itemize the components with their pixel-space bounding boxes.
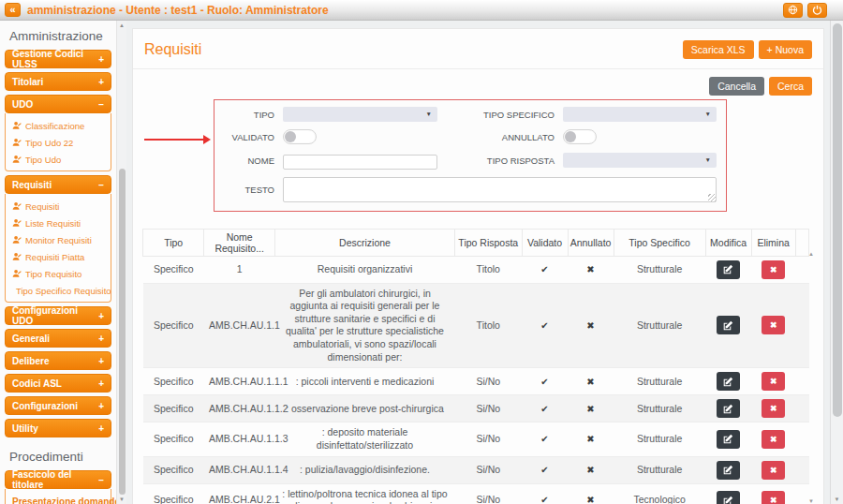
page-scroll-down-icon[interactable]: ▼	[831, 497, 843, 502]
cell-annullato: ✖	[568, 256, 614, 283]
collapse-minus-icon: −	[98, 99, 104, 110]
edit-button[interactable]	[717, 260, 740, 279]
annullato-toggle[interactable]	[563, 129, 597, 144]
delete-button[interactable]: ✖	[762, 260, 785, 279]
tipo-specifico-select[interactable]: ▼	[563, 107, 717, 122]
sidebar-item-monitor-requisiti[interactable]: Monitor Requisiti	[12, 231, 109, 248]
nome-input[interactable]	[283, 155, 437, 170]
sidebar-item-tipo-specifico-requisito[interactable]: Tipo Specifico Requisito	[12, 282, 109, 299]
edit-button[interactable]	[717, 430, 740, 449]
cell-tipo-risposta: Titolo	[455, 283, 523, 368]
edit-button[interactable]	[717, 461, 740, 480]
cell-annullato: ✖	[568, 368, 614, 395]
caret-down-icon: ▼	[705, 156, 711, 163]
cancella-button[interactable]: Cancella	[709, 77, 764, 96]
cell-annullato: ✖	[568, 422, 614, 456]
sidebar-item-tipo-udo-22[interactable]: Tipo Udo 22	[12, 134, 109, 151]
sidebar-scrollbar-thumb[interactable]	[119, 169, 126, 495]
sidebar-item-label: Monitor Requisiti	[25, 235, 92, 245]
annullato-label: ANNULLATO	[446, 132, 555, 142]
cell-modifica	[705, 256, 751, 283]
sidebar-item-label: Requisiti Piatta	[25, 252, 84, 262]
edit-button[interactable]	[717, 316, 740, 334]
pencil-square-icon	[723, 496, 733, 504]
cell-validato: ✔	[522, 456, 568, 483]
sidebar-collapse-button[interactable]: «	[5, 3, 21, 17]
delete-button[interactable]: ✖	[762, 316, 785, 334]
sidebar-group-codici-asl[interactable]: Codici ASL+	[5, 374, 111, 393]
cell-descrizione: : piccoli interventi e medicazioni	[274, 368, 454, 395]
edit-button[interactable]	[717, 372, 740, 391]
sidebar-group-configurazioni-udo[interactable]: Configurazioni UDO+	[5, 306, 111, 325]
sidebar-group-fascicolo-del-titolare[interactable]: Fascicolo del titolare−	[5, 470, 111, 489]
sidebar-item-requisiti[interactable]: Requisiti	[12, 198, 109, 215]
sidebar-item-classificazione[interactable]: Classificazione	[12, 117, 109, 134]
toggle-knob	[285, 131, 296, 142]
resize-grip-icon[interactable]	[708, 194, 716, 201]
sidebar-item-tipo-udo[interactable]: Tipo Udo	[12, 151, 109, 168]
sidebar-group-configurazioni[interactable]: Configurazioni+	[5, 396, 111, 415]
edit-button[interactable]	[717, 399, 740, 418]
edit-button[interactable]	[717, 491, 740, 504]
sidebar-group-generali[interactable]: Generali+	[5, 329, 111, 348]
table-scroll-down-icon[interactable]: ▼	[808, 498, 814, 504]
tipo-risposta-select[interactable]: ▼	[563, 153, 717, 168]
pencil-square-icon	[723, 377, 733, 387]
language-globe-button[interactable]	[783, 3, 803, 18]
sidebar-scroll-up-icon[interactable]: ▲	[117, 22, 126, 28]
sidebar-group-gestione-codici-ulss[interactable]: Gestione Codici ULSS+	[5, 50, 111, 68]
testo-textarea[interactable]	[283, 177, 717, 202]
check-icon: ✔	[540, 434, 548, 444]
cerca-button[interactable]: Cerca	[769, 77, 812, 96]
sidebar-item-requisiti-piatta[interactable]: Requisiti Piatta	[12, 248, 109, 265]
table-scroll-up-icon[interactable]: ▲	[808, 251, 814, 257]
cell-nome-requisito: AMB.CH.AU.1.1.2	[204, 395, 275, 422]
nuovo-button[interactable]: + Nuova	[759, 40, 812, 59]
sidebar-group-utility[interactable]: Utility+	[5, 419, 111, 437]
logout-power-button[interactable]	[807, 3, 827, 18]
globe-icon	[788, 5, 798, 15]
sidebar-scrollbar[interactable]: ▲ ▼	[116, 21, 126, 504]
table-row: SpecificoAMB.CH.AU.1.1.1: piccoli interv…	[143, 368, 809, 395]
pencil-square-icon	[723, 404, 733, 414]
validato-toggle[interactable]	[283, 129, 317, 144]
cell-validato: ✔	[522, 483, 568, 504]
sidebar-group-titolari[interactable]: Titolari+	[5, 72, 111, 91]
page-scrollbar-thumb[interactable]	[833, 23, 842, 417]
delete-button[interactable]: ✖	[762, 399, 785, 418]
column-header-descrizione: Descrizione	[274, 229, 454, 256]
sidebar-item-tipo-requisito[interactable]: Tipo Requisito	[12, 265, 109, 282]
cell-validato: ✔	[522, 368, 568, 395]
expand-plus-icon: +	[98, 356, 104, 366]
delete-button[interactable]: ✖	[762, 372, 785, 391]
page-title: Requisiti	[144, 41, 201, 58]
sidebar-item-label: Requisiti	[25, 201, 59, 212]
cell-nome-requisito: AMB.CH.AU.1.1	[204, 283, 275, 368]
cell-validato: ✔	[522, 256, 568, 283]
cell-tipo-risposta: Si/No	[455, 456, 523, 483]
sidebar-scroll-down-icon[interactable]: ▼	[117, 497, 126, 502]
caret-down-icon: ▼	[705, 111, 711, 117]
sidebar-item-presentazione-domande[interactable]: Presentazione domande	[12, 493, 109, 504]
annotation-arrow	[144, 139, 204, 141]
scarica-xls-button[interactable]: Scarica XLS	[683, 40, 754, 59]
plus-icon: +	[767, 44, 773, 55]
sidebar-item-liste-requisiti[interactable]: Liste Requisiti	[12, 215, 109, 231]
tipo-specifico-label: TIPO SPECIFICO	[446, 110, 555, 120]
table-row: Specifico1Requisiti organizzativiTitolo✔…	[143, 256, 809, 283]
sidebar-group-label: Gestione Codici ULSS	[12, 49, 98, 69]
sidebar-group-requisiti[interactable]: Requisiti−	[5, 175, 111, 194]
delete-button[interactable]: ✖	[762, 491, 785, 504]
sidebar-group-udo[interactable]: UDO−	[5, 95, 111, 113]
delete-button[interactable]: ✖	[762, 430, 785, 449]
cell-descrizione: : pulizia/lavaggio/disinfezione.	[274, 456, 454, 483]
cross-icon: ✖	[586, 465, 594, 475]
delete-button[interactable]: ✖	[762, 461, 785, 480]
sidebar-group-delibere[interactable]: Delibere+	[5, 351, 111, 370]
tipo-select[interactable]: ▼	[283, 107, 437, 122]
toggle-knob	[565, 131, 576, 142]
sidebar-group-label: Requisiti	[12, 180, 52, 190]
cell-descrizione: : deposito materiale disinfettato/steril…	[274, 422, 454, 456]
page-scrollbar[interactable]: ▼	[830, 21, 843, 504]
cell-tipo-risposta: Si/No	[455, 422, 523, 456]
